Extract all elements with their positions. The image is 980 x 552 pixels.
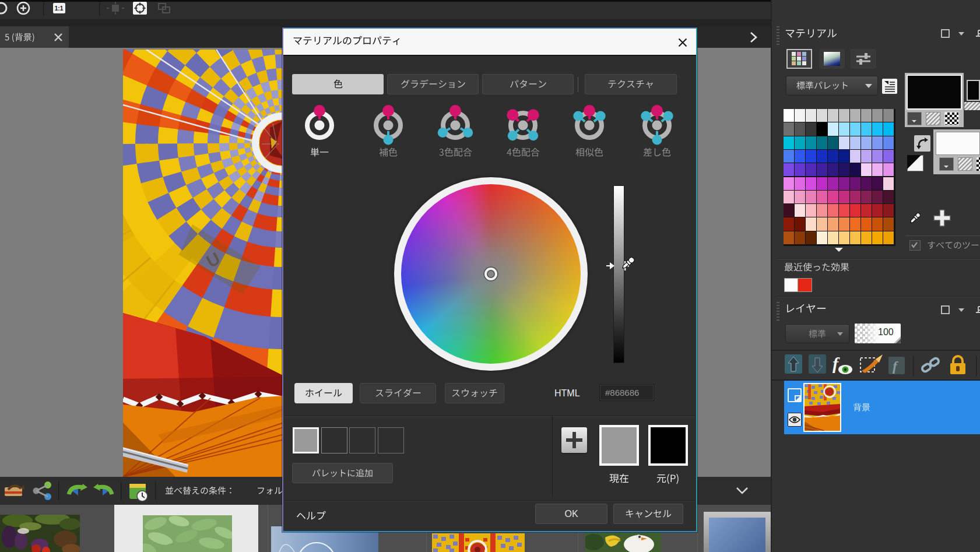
svg-text:1:1: 1:1: [55, 5, 64, 12]
